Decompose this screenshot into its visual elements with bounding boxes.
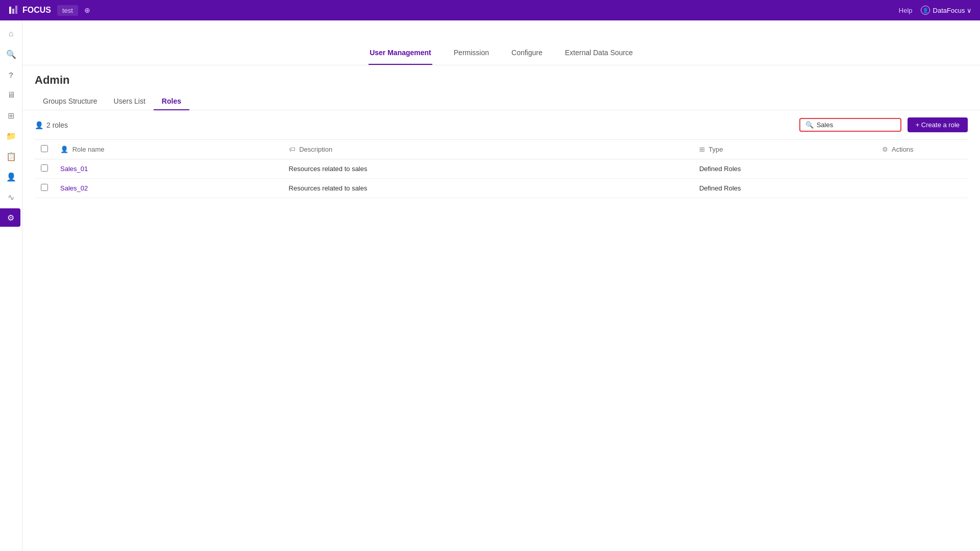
toolbar-right: 🔍 + Create a role — [799, 117, 968, 132]
tab-external-data-source[interactable]: External Data Source — [564, 41, 634, 65]
help-link[interactable]: Help — [899, 7, 913, 14]
row-2-checkbox[interactable] — [41, 184, 48, 191]
topbar: FOCUS test ⊕ Help 👤 DataFocus ∨ — [0, 0, 980, 20]
svg-rect-0 — [9, 7, 11, 14]
logo-icon — [8, 5, 19, 16]
col-header-actions: ⚙ Actions — [876, 140, 968, 159]
table-header-row: 👤 Role name 🏷 Description ⊞ Type ⚙ Actio… — [35, 140, 968, 159]
current-tab[interactable]: test — [57, 5, 78, 16]
row-2-checkbox-cell[interactable] — [35, 179, 54, 198]
person-icon: 👤 — [35, 121, 43, 129]
col-header-role-name: 👤 Role name — [54, 140, 283, 159]
svg-rect-2 — [15, 6, 17, 14]
sub-tabs: Groups Structure Users List Roles — [22, 87, 980, 110]
role-name-link-1[interactable]: Sales_01 — [60, 165, 88, 173]
sidebar-item-help[interactable]: ? — [2, 65, 20, 84]
search-input[interactable] — [817, 121, 895, 129]
table-row: Sales_02 Resources related to sales Defi… — [35, 179, 968, 198]
folder-icon: 📁 — [6, 131, 16, 141]
svg-rect-1 — [12, 9, 14, 14]
row-1-checkbox[interactable] — [41, 164, 48, 172]
search-box[interactable]: 🔍 — [799, 118, 901, 132]
sub-tab-users-list[interactable]: Users List — [106, 93, 154, 110]
sidebar-item-user[interactable]: 👤 — [2, 167, 20, 186]
tab-user-management[interactable]: User Management — [369, 41, 432, 65]
tab-permission[interactable]: Permission — [453, 41, 490, 65]
table-row: Sales_01 Resources related to sales Defi… — [35, 159, 968, 179]
app-name: FOCUS — [22, 6, 51, 15]
home-icon: ⌂ — [9, 29, 14, 38]
user-icon: 👤 — [6, 172, 16, 182]
sidebar-item-monitor[interactable]: 🖥 — [2, 86, 20, 104]
roles-count: 👤 2 roles — [35, 121, 68, 129]
actions-col-icon: ⚙ — [882, 146, 888, 153]
create-role-button[interactable]: + Create a role — [908, 117, 968, 132]
row-2-actions[interactable] — [876, 179, 968, 198]
row-1-actions[interactable] — [876, 159, 968, 179]
row-1-checkbox-cell[interactable] — [35, 159, 54, 179]
role-name-link-2[interactable]: Sales_02 — [60, 184, 88, 192]
user-menu[interactable]: 👤 DataFocus ∨ — [921, 6, 972, 15]
row-2-description: Resources related to sales — [283, 179, 693, 198]
description-col-icon: 🏷 — [289, 146, 296, 153]
clipboard-icon: 📋 — [6, 152, 16, 161]
user-avatar-icon: 👤 — [921, 6, 930, 15]
sidebar-item-folder[interactable]: 📁 — [2, 127, 20, 145]
row-1-type: Defined Roles — [693, 159, 876, 179]
col-header-type: ⊞ Type — [693, 140, 876, 159]
col-header-description: 🏷 Description — [283, 140, 693, 159]
roles-count-text: 2 roles — [46, 121, 68, 129]
grid-icon: ⊞ — [8, 111, 14, 121]
topbar-left: FOCUS test ⊕ — [8, 5, 90, 16]
sidebar-item-home[interactable]: ⌂ — [2, 25, 20, 43]
sub-tab-groups-structure[interactable]: Groups Structure — [35, 93, 106, 110]
select-all-header[interactable] — [35, 140, 54, 159]
sidebar: ⌂ 🔍 ? 🖥 ⊞ 📁 📋 👤 ∿ ⚙ — [0, 20, 22, 198]
monitor-icon: 🖥 — [7, 90, 15, 100]
row-2-type: Defined Roles — [693, 179, 876, 198]
toolbar: 👤 2 roles 🔍 + Create a role — [22, 110, 980, 139]
sidebar-item-grid[interactable]: ⊞ — [2, 106, 20, 125]
add-tab-button[interactable]: ⊕ — [84, 6, 90, 14]
sidebar-item-analytics[interactable]: ∿ — [2, 188, 20, 198]
sidebar-item-search[interactable]: 🔍 — [2, 45, 20, 63]
row-1-description: Resources related to sales — [283, 159, 693, 179]
search-icon: 🔍 — [805, 121, 814, 129]
analytics-icon: ∿ — [8, 193, 14, 199]
type-col-icon: ⊞ — [699, 146, 705, 153]
secondary-nav: User Management Permission Configure Ext… — [22, 41, 980, 65]
page-header: Admin — [22, 65, 980, 87]
role-name-col-icon: 👤 — [60, 146, 68, 153]
row-1-role-name: Sales_01 — [54, 159, 283, 179]
select-all-checkbox[interactable] — [41, 145, 48, 152]
page-title: Admin — [35, 74, 968, 87]
help-icon: ? — [9, 70, 13, 79]
sub-tab-roles[interactable]: Roles — [154, 93, 189, 110]
table-container: 👤 Role name 🏷 Description ⊞ Type ⚙ Actio… — [22, 139, 980, 198]
search-icon: 🔍 — [6, 50, 16, 59]
topbar-right: Help 👤 DataFocus ∨ — [899, 6, 972, 15]
sidebar-item-clipboard[interactable]: 📋 — [2, 147, 20, 165]
user-label: DataFocus ∨ — [933, 7, 972, 14]
app-logo[interactable]: FOCUS — [8, 5, 51, 16]
roles-table: 👤 Role name 🏷 Description ⊞ Type ⚙ Actio… — [35, 139, 968, 198]
main-content: User Management Permission Configure Ext… — [22, 41, 980, 198]
row-2-role-name: Sales_02 — [54, 179, 283, 198]
tab-configure[interactable]: Configure — [510, 41, 544, 65]
